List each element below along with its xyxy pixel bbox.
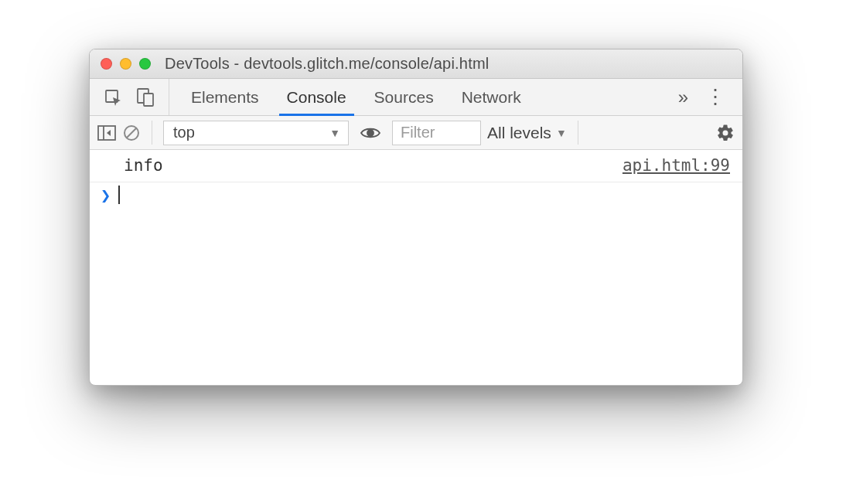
console-settings-icon[interactable]	[716, 124, 735, 142]
tab-elements[interactable]: Elements	[177, 79, 273, 115]
traffic-lights	[101, 58, 151, 70]
tab-sources[interactable]: Sources	[360, 79, 448, 115]
log-row: info api.html:99	[90, 150, 742, 182]
more-tabs-icon[interactable]: »	[678, 87, 688, 108]
tabbar: Elements Console Sources Network » ⋮	[90, 79, 742, 116]
titlebar: DevTools - devtools.glitch.me/console/ap…	[90, 49, 742, 79]
minimize-window-button[interactable]	[120, 58, 131, 70]
live-expression-icon[interactable]	[355, 125, 386, 141]
log-source-link[interactable]: api.html:99	[623, 153, 730, 179]
kebab-menu-icon[interactable]: ⋮	[705, 85, 725, 109]
log-levels-select[interactable]: All levels ▼	[487, 124, 567, 142]
log-message: info	[124, 153, 623, 179]
maximize-window-button[interactable]	[139, 58, 151, 70]
clear-console-icon[interactable]	[122, 124, 141, 142]
panel-tabs: Elements Console Sources Network	[169, 79, 535, 115]
tab-console[interactable]: Console	[273, 79, 360, 115]
prompt-chevron-icon: ❯	[101, 186, 111, 205]
filter-input[interactable]	[392, 121, 481, 145]
inspect-element-icon[interactable]	[104, 88, 122, 107]
execution-context-select[interactable]: top ▼	[163, 121, 349, 145]
svg-rect-2	[144, 94, 153, 106]
dropdown-triangle-icon: ▼	[556, 127, 567, 139]
console-output: info api.html:99 ❯	[90, 150, 742, 208]
tab-network[interactable]: Network	[448, 79, 535, 115]
devtools-window: DevTools - devtools.glitch.me/console/ap…	[89, 49, 743, 386]
execution-context-label: top	[173, 124, 195, 141]
show-console-sidebar-icon[interactable]	[97, 125, 116, 141]
text-cursor	[118, 186, 120, 204]
svg-line-6	[127, 128, 136, 138]
console-prompt[interactable]: ❯	[90, 182, 742, 208]
log-levels-label: All levels	[487, 124, 551, 142]
device-toolbar-icon[interactable]	[136, 87, 155, 107]
close-window-button[interactable]	[101, 58, 112, 70]
svg-point-7	[367, 130, 374, 136]
console-filter-bar: top ▼ All levels ▼	[90, 116, 742, 150]
window-title: DevTools - devtools.glitch.me/console/ap…	[165, 55, 489, 73]
dropdown-triangle-icon: ▼	[329, 127, 340, 139]
